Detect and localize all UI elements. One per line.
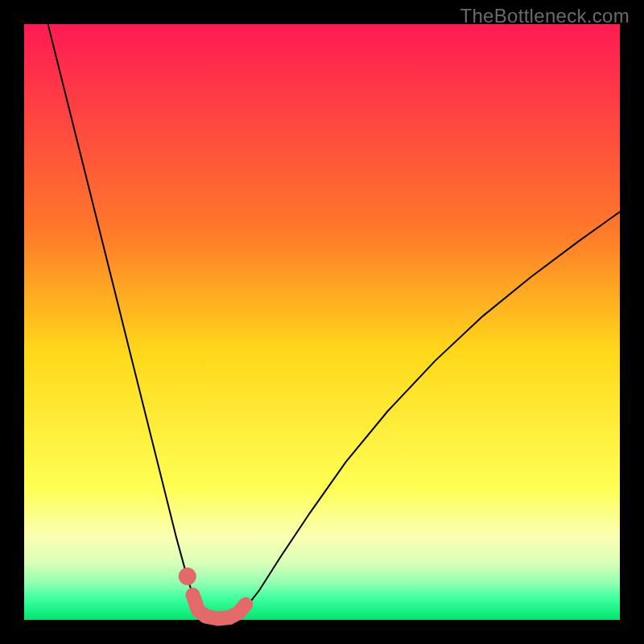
watermark-text: TheBottleneck.com [460, 5, 630, 27]
optimal-dot [179, 568, 196, 585]
marker-group [179, 568, 196, 585]
bottleneck-chart [0, 0, 644, 644]
chart-container: TheBottleneck.com [0, 0, 644, 644]
plot-background [24, 24, 620, 620]
